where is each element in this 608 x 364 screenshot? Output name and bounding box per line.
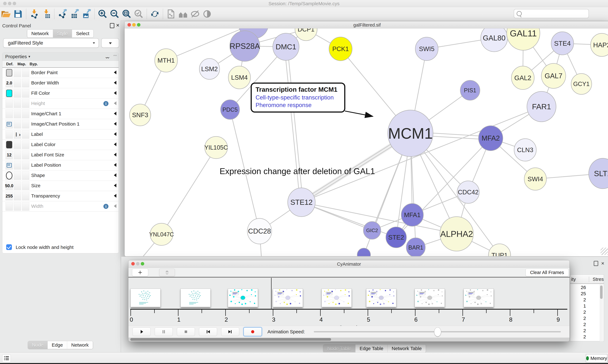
open-session-icon[interactable] — [1, 9, 11, 19]
property-row-fill-color[interactable]: Fill Color — [2, 88, 119, 99]
property-row-width[interactable]: Widthi — [2, 201, 119, 212]
bypass-cell[interactable] — [22, 161, 29, 169]
default-cell[interactable] — [6, 110, 13, 118]
animation-frame-6[interactable] — [415, 288, 445, 307]
edge-YIL105C-YNL047C[interactable] — [162, 147, 216, 234]
go-to-end-button[interactable] — [221, 327, 239, 336]
expand-all-icon[interactable]: ⌄⌄ — [105, 54, 112, 59]
bypass-cell[interactable] — [22, 99, 29, 108]
mapping-cell[interactable] — [14, 151, 21, 159]
bypass-cell[interactable] — [22, 110, 29, 118]
slider-knob[interactable] — [434, 327, 441, 337]
default-cell[interactable] — [6, 130, 13, 139]
mapping-cell[interactable] — [14, 110, 21, 118]
property-row-border-paint[interactable]: Border Paint — [2, 68, 119, 78]
play-button[interactable] — [133, 327, 151, 336]
refresh-icon[interactable] — [150, 9, 160, 19]
mapping-cell[interactable] — [14, 99, 21, 108]
memory-button[interactable]: Memory — [586, 354, 607, 363]
bypass-cell[interactable] — [22, 171, 29, 180]
collapse-arrow-icon[interactable] — [114, 71, 116, 74]
control-panel-close-icon[interactable]: ✕ — [116, 23, 120, 28]
show-panels-button[interactable] — [2, 354, 11, 362]
mapping-cell[interactable] — [14, 68, 21, 77]
animation-frame-4[interactable] — [322, 288, 352, 307]
default-cell[interactable]: 2.0 — [6, 79, 13, 87]
animation-speed-slider[interactable] — [314, 331, 561, 332]
animation-frame-5[interactable] — [366, 288, 396, 307]
node-NCLP[interactable] — [357, 248, 371, 256]
table-cell[interactable]: 26 — [570, 285, 586, 290]
add-frame-button[interactable] — [132, 269, 148, 276]
property-row-size[interactable]: 50.0Size — [2, 181, 119, 191]
tab-select[interactable]: Select — [72, 30, 93, 38]
bypass-cell[interactable] — [22, 192, 29, 200]
default-cell[interactable] — [6, 161, 13, 169]
export-table-icon[interactable] — [69, 9, 79, 19]
bypass-cell[interactable] — [22, 120, 29, 128]
bypass-cell[interactable] — [22, 79, 29, 87]
zoom-fit-icon[interactable] — [122, 9, 132, 19]
collapse-arrow-icon[interactable] — [114, 173, 116, 177]
collapse-arrow-icon[interactable] — [114, 132, 116, 136]
zoom-out-icon[interactable] — [110, 9, 120, 19]
default-cell[interactable] — [6, 99, 13, 108]
tab-style[interactable]: Style — [53, 30, 72, 38]
float-panel-icon[interactable] — [594, 261, 598, 266]
tab-node[interactable]: Node — [28, 341, 48, 349]
property-row-transparency[interactable]: 255Transparency — [2, 191, 119, 201]
playhead[interactable] — [271, 278, 272, 310]
property-row-image-chart-position-1[interactable]: Image/Chart Position 1 — [2, 119, 119, 129]
animation-frame-7[interactable] — [464, 288, 494, 307]
mapping-cell[interactable] — [14, 79, 21, 87]
property-row-border-width[interactable]: 2.0Border Width — [2, 78, 119, 88]
network-window-titlebar[interactable]: galFiltered.sif — [124, 21, 608, 28]
default-cell[interactable] — [6, 140, 13, 149]
edge-DMC1-STE12[interactable] — [285, 47, 300, 202]
collapse-arrow-icon[interactable] — [114, 163, 116, 167]
default-cell[interactable]: 50.0 — [6, 182, 13, 190]
record-button[interactable] — [243, 327, 262, 336]
bypass-cell[interactable] — [22, 140, 29, 149]
style-selector[interactable]: galFiltered Style — [3, 38, 99, 48]
default-cell[interactable] — [6, 68, 13, 77]
property-row-shape[interactable]: Shape — [2, 170, 119, 181]
collapse-arrow-icon[interactable] — [114, 112, 116, 116]
save-session-icon[interactable] — [13, 9, 23, 19]
animation-frame-0[interactable] — [130, 288, 161, 307]
search-field[interactable] — [514, 9, 589, 18]
tab-node-table[interactable]: Node Table — [323, 345, 356, 352]
bypass-cell[interactable] — [22, 68, 29, 77]
bypass-cell[interactable] — [22, 182, 29, 190]
collapse-all-icon[interactable]: ⌃⌃ — [112, 54, 119, 59]
mapping-cell[interactable] — [14, 202, 21, 211]
timeline-scrollbar-thumb[interactable] — [130, 338, 331, 341]
bypass-cell[interactable] — [22, 151, 29, 159]
import-table-icon[interactable] — [41, 9, 51, 19]
default-cell[interactable] — [6, 202, 13, 211]
collapse-arrow-icon[interactable] — [114, 81, 116, 85]
property-row-image-chart-1[interactable]: Image/Chart 1 — [2, 109, 119, 119]
tab-edge-table[interactable]: Edge Table — [356, 345, 387, 352]
mapping-cell[interactable] — [14, 120, 21, 128]
zoom-in-icon[interactable] — [98, 9, 108, 19]
property-row-label-font-size[interactable]: 12Label Font Size — [2, 150, 119, 160]
table-cell[interactable]: 2 — [570, 328, 586, 333]
collapse-arrow-icon[interactable] — [114, 122, 116, 126]
export-network-icon[interactable] — [57, 9, 67, 19]
tab-edge[interactable]: Edge — [48, 341, 67, 349]
collapse-arrow-icon[interactable] — [114, 101, 116, 105]
properties-header[interactable]: Properties ▾ ⌄⌄ ⌃⌃ — [2, 53, 119, 61]
table-scrollbar-thumb[interactable] — [600, 286, 603, 299]
collapse-arrow-icon[interactable] — [114, 153, 116, 156]
mapping-cell[interactable] — [14, 161, 21, 169]
property-row-label[interactable]: ⋮›Label — [2, 129, 119, 140]
animation-frame-1[interactable] — [180, 288, 211, 307]
bypass-cell[interactable] — [22, 130, 29, 139]
property-row-height[interactable]: Heighti — [2, 99, 119, 109]
table-cell[interactable]: 2 — [570, 322, 586, 327]
collapse-arrow-icon[interactable] — [114, 183, 116, 187]
mapping-cell[interactable] — [14, 182, 21, 190]
export-image-icon[interactable] — [82, 9, 91, 19]
default-cell[interactable] — [6, 171, 13, 180]
